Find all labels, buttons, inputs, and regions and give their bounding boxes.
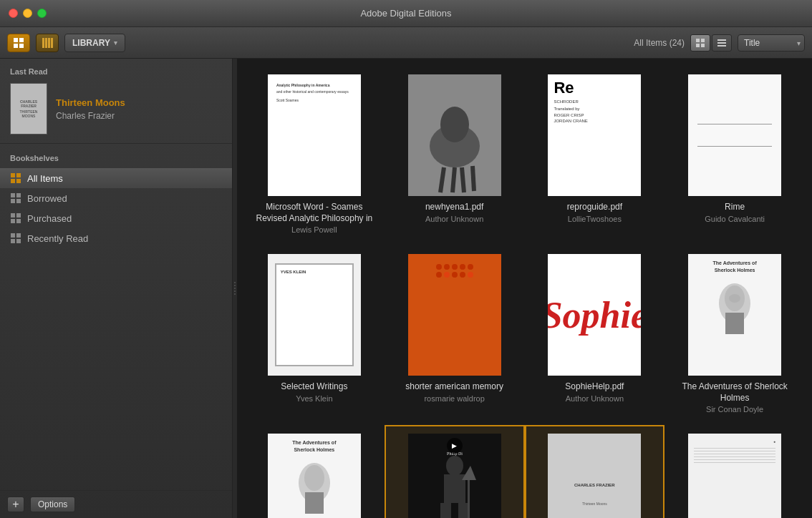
book-author: Guido Cavalcanti — [705, 215, 765, 223]
all-items-icon — [10, 172, 21, 184]
book-cover: CHARLES FRAZIER Thirteen Moons — [548, 434, 641, 518]
book-title: newhyena1.pdf — [425, 202, 483, 213]
sort-wrapper[interactable]: Title Author Date Added Date Read — [738, 34, 805, 52]
photo-horse-svg — [408, 74, 501, 196]
all-items-label: All Items — [27, 173, 63, 184]
book-author: Lewis Powell — [291, 225, 337, 234]
svg-point-27 — [304, 465, 324, 491]
bookcase-view-button[interactable] — [36, 34, 59, 52]
book-title: The Adventures of Sherlock Holmes — [672, 381, 798, 404]
svg-rect-3 — [19, 44, 24, 48]
svg-line-21 — [473, 166, 474, 191]
book-item[interactable]: Sophie SophieHelp.pdf Author Unknown — [525, 245, 665, 425]
book-title: SophieHelp.pdf — [565, 381, 624, 393]
sidebar-bottom: + Options — [0, 490, 232, 518]
book-item[interactable]: ▶ — [385, 425, 525, 518]
grid-view-button[interactable] — [7, 34, 30, 52]
svg-rect-11 — [701, 44, 705, 47]
svg-rect-4 — [42, 38, 44, 48]
bookcase-icon — [42, 37, 53, 49]
svg-rect-2 — [14, 44, 18, 48]
book-title: Selected Writings — [281, 381, 347, 393]
book-item[interactable]: ● Title Unknown Author Unknown — [664, 425, 805, 518]
svg-rect-35 — [468, 480, 470, 518]
book-cover: ● — [688, 434, 781, 518]
svg-rect-24 — [725, 313, 744, 334]
book-item[interactable]: YVES KLEIN Selected Writings Yves Klein — [244, 245, 385, 425]
options-button[interactable]: Options — [30, 497, 75, 512]
book-cover: Analytic Philosophy in America and other… — [268, 74, 361, 196]
svg-point-30 — [446, 456, 463, 476]
book-item[interactable]: newhyena1.pdf Author Unknown — [385, 66, 525, 245]
book-title: Rime — [725, 202, 745, 213]
book-author: Author Unknown — [425, 215, 483, 223]
svg-rect-5 — [45, 38, 47, 48]
book-author: rosmarie waldrop — [424, 394, 484, 403]
traffic-lights[interactable] — [9, 9, 47, 18]
resize-dot — [234, 285, 236, 286]
view-toggle — [690, 34, 732, 52]
book-title: Microsoft Word - Soames Revised Analytic… — [251, 202, 377, 224]
maximize-button[interactable] — [37, 9, 47, 18]
last-read-thumbnail: CHARLES FRAZIER THIRTEEN MOONS — [10, 83, 47, 135]
svg-line-19 — [453, 167, 455, 192]
add-button[interactable]: + — [7, 497, 24, 512]
svg-point-17 — [440, 107, 469, 142]
svg-rect-31 — [444, 474, 465, 503]
book-author: Yves Klein — [296, 394, 332, 403]
purchased-icon — [10, 212, 21, 224]
book-title: reproguide.pdf — [567, 202, 622, 213]
sidebar: Last Read CHARLES FRAZIER THIRTEEN MOONS… — [0, 59, 233, 518]
svg-rect-32 — [440, 503, 451, 518]
bookshelves-title: Bookshelves — [0, 151, 232, 168]
sort-select[interactable]: Title Author Date Added Date Read — [738, 34, 805, 52]
book-item[interactable]: Rime Guido Cavalcanti — [664, 66, 805, 245]
book-item[interactable]: Analytic Philosophy in America and other… — [244, 66, 385, 245]
borrowed-icon — [10, 192, 21, 204]
svg-point-25 — [729, 294, 740, 303]
book-cover: Re SCHRODER Translated by ROGER CRISP JO… — [548, 74, 641, 196]
svg-line-20 — [462, 167, 464, 192]
last-read-item[interactable]: CHARLES FRAZIER THIRTEEN MOONS Thirteen … — [10, 83, 222, 135]
book-cover — [408, 74, 501, 196]
resize-dot — [234, 293, 236, 295]
list-view-button[interactable] — [712, 34, 732, 52]
holmes-portrait — [710, 278, 760, 336]
holmes-portrait-2 — [289, 458, 339, 515]
title-bar: Adobe Digital Editions — [0, 0, 812, 27]
book-cover: YVES KLEIN — [268, 254, 361, 376]
book-cover: ▶ — [408, 434, 501, 518]
bookshelves-section: Bookshelves All Items — [0, 144, 232, 255]
sidebar-item-recently-read[interactable]: Recently Read — [0, 228, 232, 248]
book-item[interactable]: The Adventures of Sherlock Holmes The Ad… — [244, 425, 385, 518]
book-item[interactable]: The Adventures of Sherlock Holmes The Ad… — [664, 245, 805, 425]
sidebar-item-purchased[interactable]: Purchased — [0, 208, 232, 228]
window-title: Adobe Digital Editions — [360, 8, 451, 19]
main-layout: Last Read CHARLES FRAZIER THIRTEEN MOONS… — [0, 59, 812, 518]
book-title: shorter american memory — [405, 381, 503, 393]
last-read-section: Last Read CHARLES FRAZIER THIRTEEN MOONS… — [0, 59, 232, 144]
minimize-button[interactable] — [23, 9, 32, 18]
last-read-title: Last Read — [10, 67, 222, 76]
close-button[interactable] — [9, 9, 18, 18]
book-item[interactable]: Re SCHRODER Translated by ROGER CRISP JO… — [525, 66, 665, 245]
thumbnail-view-button[interactable] — [690, 34, 710, 52]
sidebar-item-borrowed[interactable]: Borrowed — [0, 188, 232, 208]
svg-rect-14 — [717, 45, 726, 47]
svg-rect-33 — [458, 503, 469, 518]
toolbar: LIBRARY ▾ All Items (24) Title Author Da… — [0, 27, 812, 59]
sidebar-item-all-items[interactable]: All Items — [0, 168, 232, 188]
all-items-label: All Items (24) — [634, 38, 685, 48]
book-cover: The Adventures of Sherlock Holmes — [688, 254, 781, 376]
purchased-label: Purchased — [27, 213, 72, 224]
resize-dot — [234, 282, 236, 283]
chevron-down-icon: ▾ — [114, 39, 117, 47]
content-area[interactable]: Analytic Philosophy in America and other… — [237, 59, 812, 518]
svg-rect-9 — [701, 39, 705, 42]
svg-rect-28 — [305, 492, 324, 514]
svg-rect-1 — [19, 38, 24, 42]
book-item[interactable]: CHARLES FRAZIER Thirteen Moons Thirteen … — [525, 425, 665, 518]
library-button[interactable]: LIBRARY ▾ — [64, 34, 125, 52]
book-item[interactable]: shorter american memory rosmarie waldrop — [385, 245, 525, 425]
book-author: LollieTwoshoes — [568, 215, 622, 223]
